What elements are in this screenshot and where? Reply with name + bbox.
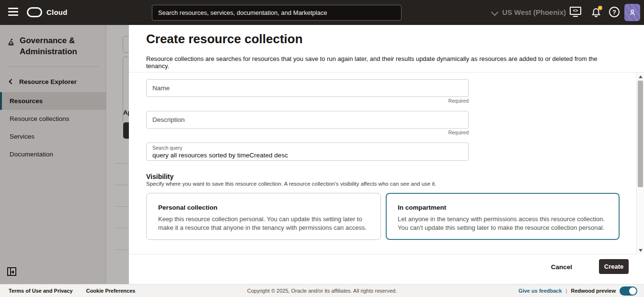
search-query-field[interactable]: Search query bbox=[146, 143, 469, 161]
create-resource-collection-panel: Create resource collection Resource coll… bbox=[129, 25, 644, 284]
search-query-input[interactable] bbox=[152, 151, 462, 159]
visibility-heading: Visibility bbox=[146, 173, 173, 180]
name-input[interactable] bbox=[147, 80, 468, 96]
sidebar-item-services[interactable]: Services bbox=[0, 128, 106, 145]
chevron-left-icon bbox=[9, 79, 14, 84]
sidebar-item-documentation[interactable]: Documentation bbox=[0, 145, 106, 163]
sidebar-back-resource-explorer[interactable]: Resource Explorer bbox=[0, 67, 106, 92]
background-button-fragment bbox=[123, 122, 129, 139]
create-button[interactable]: Create bbox=[599, 259, 629, 274]
visibility-option-in-compartment[interactable]: In compartment Let anyone in the tenancy… bbox=[386, 193, 620, 240]
visibility-description: Specify where you want to save this reso… bbox=[146, 181, 436, 187]
user-avatar[interactable] bbox=[624, 4, 640, 21]
name-field[interactable] bbox=[146, 79, 469, 97]
notification-badge bbox=[598, 6, 602, 10]
page-subtitle: Resource collections are searches for re… bbox=[146, 55, 621, 70]
option-title: In compartment bbox=[398, 204, 608, 211]
sidebar-title: Governance & Administration bbox=[20, 36, 99, 58]
chevron-down-icon[interactable] bbox=[491, 9, 499, 16]
scrollbar-down-arrow-icon[interactable] bbox=[639, 249, 643, 252]
option-description: Let anyone in the tenancy with permissio… bbox=[398, 215, 608, 233]
sidebar: Governance & Administration Resource Exp… bbox=[0, 25, 106, 284]
background-apply-label: Ap bbox=[123, 109, 129, 116]
cookie-preferences-link[interactable]: Cookie Preferences bbox=[86, 288, 136, 294]
brand-label: Cloud bbox=[46, 8, 68, 16]
cloud-shell-icon[interactable]: <> bbox=[570, 7, 581, 18]
governance-icon bbox=[7, 37, 15, 46]
region-selector[interactable]: US West (Phoenix) bbox=[502, 8, 566, 16]
search-query-label: Search query bbox=[152, 145, 462, 151]
footer-bar: Terms of Use and Privacy Cookie Preferen… bbox=[0, 284, 644, 297]
scrollbar-up-arrow-icon[interactable] bbox=[639, 75, 643, 78]
background-page-strip: Ap bbox=[107, 25, 129, 284]
feedback-link[interactable]: Give us feedback bbox=[518, 288, 562, 294]
form-scroll-area: Required Required Search query Visibilit… bbox=[129, 72, 644, 254]
top-bar: Cloud US West (Phoenix) <> ? bbox=[0, 0, 644, 25]
description-required-hint: Required bbox=[146, 130, 469, 135]
terms-link[interactable]: Terms of Use and Privacy bbox=[9, 288, 73, 294]
collapse-sidebar-icon[interactable] bbox=[7, 267, 16, 276]
redwood-preview-label: Redwood preview bbox=[571, 288, 616, 294]
description-field[interactable] bbox=[146, 111, 469, 129]
global-search-input[interactable] bbox=[152, 5, 402, 21]
cancel-button[interactable]: Cancel bbox=[551, 263, 572, 271]
help-icon[interactable]: ? bbox=[609, 7, 620, 17]
name-required-hint: Required bbox=[146, 98, 469, 104]
page-title: Create resource collection bbox=[146, 32, 303, 47]
scrollbar[interactable] bbox=[636, 72, 644, 255]
panel-action-bar: Cancel Create bbox=[129, 254, 644, 284]
notifications-bell-icon[interactable] bbox=[590, 7, 602, 18]
footer-separator: | bbox=[566, 288, 567, 294]
visibility-option-personal-collection[interactable]: Personal collection Keep this resource c… bbox=[146, 193, 381, 240]
oracle-logo-icon[interactable] bbox=[27, 7, 42, 17]
sidebar-item-resources[interactable]: Resources bbox=[0, 92, 106, 110]
person-icon bbox=[628, 8, 637, 17]
sidebar-item-resource-collections[interactable]: Resource collections bbox=[0, 110, 106, 128]
background-search-box bbox=[123, 36, 129, 53]
hamburger-menu-icon[interactable] bbox=[8, 8, 18, 16]
option-title: Personal collection bbox=[158, 204, 369, 211]
description-input[interactable] bbox=[147, 111, 468, 128]
scrollbar-thumb[interactable] bbox=[638, 81, 643, 187]
copyright-text: Copyright © 2025, Oracle and/or its affi… bbox=[247, 288, 397, 294]
redwood-preview-toggle[interactable] bbox=[620, 286, 637, 296]
option-description: Keep this resource collection personal. … bbox=[158, 215, 369, 233]
